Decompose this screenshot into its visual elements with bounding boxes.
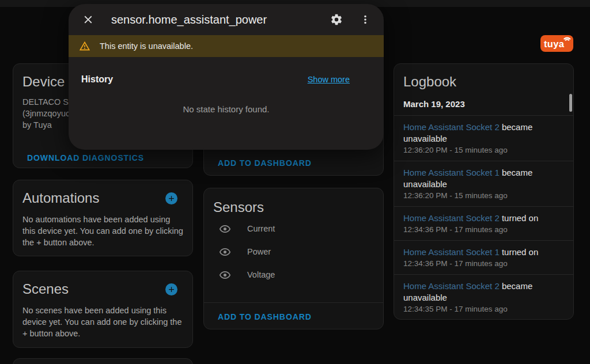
sensor-label: Power <box>247 247 271 256</box>
logbook-card-title: Logbook <box>403 72 564 92</box>
tuya-logo-text: tuya <box>540 39 564 52</box>
scenes-card-title: Scenes <box>22 279 69 299</box>
plus-icon <box>167 285 176 294</box>
history-heading: History <box>81 74 113 85</box>
sensor-label: Current <box>247 224 275 233</box>
logbook-date: March 19, 2023 <box>403 98 564 115</box>
logbook-entity-link[interactable]: Home Assistant Socket 2 <box>403 213 500 223</box>
logbook-entity-link[interactable]: Home Assistant Socket 1 <box>403 247 500 257</box>
automations-card: Automations No automations have been add… <box>13 180 193 256</box>
dialog-title: sensor.home_assistant_power <box>111 13 330 26</box>
logbook-action: turned on <box>502 213 538 223</box>
logbook-scrollbar[interactable] <box>569 94 572 112</box>
entity-more-info-dialog: sensor.home_assistant_power This entity … <box>69 4 384 150</box>
logbook-entry: Home Assistant Socket 1 turned on 12:34:… <box>394 240 573 274</box>
logbook-entry: Home Assistant Socket 2 became unavailab… <box>394 115 573 161</box>
eye-icon <box>219 246 231 258</box>
automations-empty-text: No automations have been added using thi… <box>22 214 183 248</box>
next-card-edge <box>13 358 193 364</box>
sensor-row-voltage[interactable]: Voltage <box>204 263 383 286</box>
dots-vertical-icon <box>359 13 372 26</box>
entity-settings-button[interactable] <box>330 13 343 26</box>
gear-icon <box>330 13 343 26</box>
eye-icon <box>219 223 231 235</box>
logbook-action: turned on <box>502 247 538 257</box>
tuya-logo: tuya <box>540 35 573 52</box>
logbook-timestamp: 12:34:36 PM - 17 minutes ago <box>403 225 564 235</box>
automations-card-title: Automations <box>22 188 99 208</box>
close-icon <box>82 13 94 26</box>
sensor-label: Voltage <box>247 270 275 279</box>
sensors-add-to-dashboard-button[interactable]: ADD TO DASHBOARD <box>218 312 312 321</box>
sensors-card-title: Sensors <box>213 198 374 217</box>
history-empty-text: No state history found. <box>69 104 384 114</box>
warning-icon <box>79 40 90 52</box>
controls-add-to-dashboard-button[interactable]: ADD TO DASHBOARD <box>218 158 312 168</box>
sensor-row-power[interactable]: Power <box>204 240 383 263</box>
show-more-link[interactable]: Show more <box>308 75 350 84</box>
logbook-timestamp: 12:36:20 PM - 15 minutes ago <box>403 145 564 156</box>
unavailable-warning-banner: This entity is unavailable. <box>69 35 384 57</box>
scenes-empty-text: No scenes have been added using this dev… <box>22 305 183 339</box>
sensor-row-current[interactable]: Current <box>204 217 383 240</box>
warning-text: This entity is unavailable. <box>100 41 193 51</box>
logbook-timestamp: 12:34:35 PM - 17 minutes ago <box>403 304 564 314</box>
add-scene-button[interactable] <box>165 283 177 295</box>
close-button[interactable] <box>81 13 95 26</box>
overflow-menu-button[interactable] <box>358 13 372 26</box>
logbook-entry: Home Assistant Socket 1 became unavailab… <box>394 161 573 206</box>
logbook-timestamp: 12:36:20 PM - 15 minutes ago <box>403 191 564 201</box>
logbook-entity-link[interactable]: Home Assistant Socket 1 <box>403 168 500 177</box>
logbook-entry: Home Assistant Socket 2 turned on 12:34:… <box>394 206 573 240</box>
eye-icon <box>219 269 231 281</box>
download-diagnostics-button[interactable]: DOWNLOAD DIAGNOSTICS <box>27 153 144 162</box>
plus-icon <box>167 194 176 203</box>
sensors-card: Sensors Current Power Voltage ADD TO DAS… <box>203 188 384 329</box>
add-automation-button[interactable] <box>165 192 177 204</box>
logbook-card: Logbook March 19, 2023 Home Assistant So… <box>394 63 574 320</box>
scenes-card: Scenes No scenes have been added using t… <box>13 271 193 348</box>
tuya-signal-icon <box>563 36 572 43</box>
sensor-list: Current Power Voltage <box>204 217 383 286</box>
logbook-timestamp: 12:34:36 PM - 17 minutes ago <box>403 259 564 269</box>
logbook-entry: Home Assistant Socket 2 became unavailab… <box>394 274 573 320</box>
logbook-entity-link[interactable]: Home Assistant Socket 2 <box>403 122 500 132</box>
logbook-entity-link[interactable]: Home Assistant Socket 2 <box>403 281 500 291</box>
